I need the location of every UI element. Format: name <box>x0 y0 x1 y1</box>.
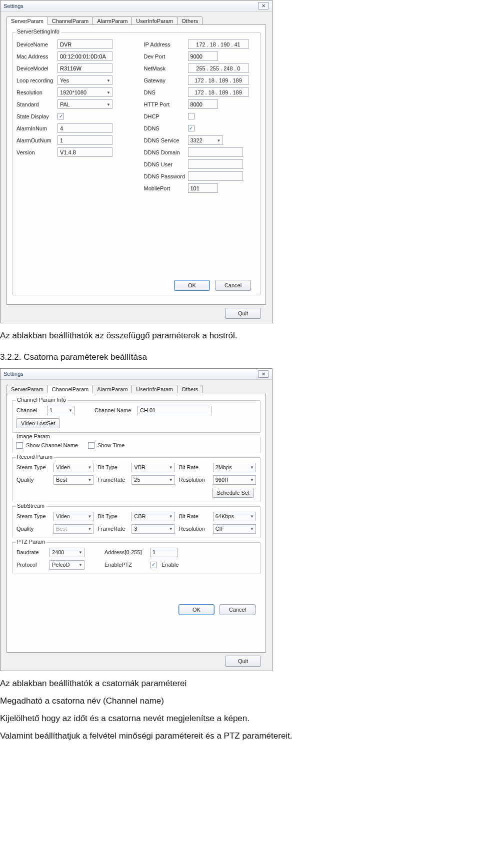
label-resolution: Resolution <box>179 526 210 532</box>
steamtype-select[interactable]: Video▼ <box>54 463 94 472</box>
channel-select[interactable]: 1▼ <box>47 406 74 415</box>
titlebar: Settings ✕ <box>0 369 272 380</box>
label-framerate: FrameRate <box>98 526 128 532</box>
chevron-down-icon: ▼ <box>88 527 92 531</box>
ip-input[interactable]: 172. 18. 190. 41 <box>188 39 249 49</box>
devport-input[interactable] <box>188 51 218 61</box>
label-enableptz: EnablePTZ <box>104 562 147 568</box>
ddns-password-input[interactable] <box>188 171 243 181</box>
chevron-down-icon: ▼ <box>78 563 82 567</box>
tab-others[interactable]: Others <box>177 16 202 25</box>
videolostset-button[interactable]: Video LostSet <box>16 418 60 428</box>
label-dns: DNS <box>144 89 188 95</box>
label-devicename: DeviceName <box>16 41 58 47</box>
baudrate-select[interactable]: 2400▼ <box>50 548 84 557</box>
group-title: Image Param <box>16 433 52 439</box>
label-quality: Quality <box>16 477 50 483</box>
label-steamtype: Steam Type <box>16 464 50 470</box>
doc-paragraph: Valamint beállíthatjuk a felvétel minősé… <box>0 731 480 742</box>
cancel-button[interactable]: Cancel <box>215 280 251 291</box>
label-ip: IP Address <box>144 41 188 47</box>
cancel-button[interactable]: Cancel <box>220 604 256 615</box>
dns-input[interactable]: 172. 18. 189. 189 <box>188 87 249 97</box>
standard-select[interactable]: PAL▼ <box>58 99 112 109</box>
sub-steamtype-select[interactable]: Video▼ <box>54 512 94 521</box>
httpport-input[interactable] <box>188 99 218 109</box>
resolution-select[interactable]: 960H▼ <box>213 475 256 485</box>
scheduleset-button[interactable]: Schedule Set <box>212 488 254 498</box>
label-enable: Enable <box>162 562 178 568</box>
framerate-select[interactable]: 25▼ <box>132 475 174 485</box>
bitrate-select[interactable]: 2Mbps▼ <box>213 463 256 472</box>
ok-button[interactable]: OK <box>178 604 214 615</box>
chevron-down-icon: ▼ <box>169 465 173 470</box>
version-input[interactable] <box>58 147 112 157</box>
doc-heading: 3.2.2. Csatorna paraméterek beállítása <box>0 352 480 363</box>
gateway-input[interactable]: 172. 18. 189. 189 <box>188 75 249 85</box>
tab-serverparam[interactable]: ServerParam <box>6 16 48 25</box>
dhcp-checkbox[interactable] <box>188 113 194 119</box>
channelname-input[interactable] <box>138 406 212 415</box>
quit-button[interactable]: Quit <box>225 308 261 319</box>
tab-alarmparam[interactable]: AlarmParam <box>92 385 132 393</box>
label-statedisplay: State Display <box>16 113 58 119</box>
bittype-select[interactable]: VBR▼ <box>132 463 174 472</box>
label-gateway: Gateway <box>144 77 188 83</box>
ddns-domain-input[interactable] <box>188 147 243 157</box>
loop-select[interactable]: Yes▼ <box>58 75 112 85</box>
ok-button[interactable]: OK <box>174 280 210 291</box>
ddns-service-select[interactable]: 3322▼ <box>188 135 223 145</box>
record-param-group: Record Param Steam Type Video▼ Bit Type … <box>12 457 260 502</box>
sub-bitrate-select[interactable]: 64Kbps▼ <box>213 512 256 521</box>
label-mobileport: MobliePort <box>144 185 188 191</box>
close-icon[interactable]: ✕ <box>258 370 269 378</box>
sub-resolution-select[interactable]: CIF▼ <box>213 524 256 534</box>
mobileport-input[interactable] <box>188 183 218 193</box>
show-channelname-checkbox[interactable] <box>16 442 23 449</box>
resolution-select[interactable]: 1920*1080▼ <box>58 87 112 97</box>
ddns-checkbox[interactable]: ✓ <box>188 125 194 131</box>
label-devport: Dev Port <box>144 53 188 59</box>
alarmout-input[interactable] <box>58 135 112 145</box>
label-alarmout: AlarmOutNum <box>16 137 58 143</box>
sub-bittype-select[interactable]: CBR▼ <box>132 512 174 521</box>
statedisplay-checkbox[interactable]: ✓ <box>58 113 64 119</box>
model-input[interactable] <box>58 63 112 73</box>
ddns-user-input[interactable] <box>188 159 243 169</box>
mac-input[interactable] <box>58 51 112 61</box>
label-protocol: Protocol <box>16 562 46 568</box>
sub-quality-select[interactable]: Best▼ <box>54 524 94 534</box>
quality-select[interactable]: Best▼ <box>54 475 94 485</box>
tab-others[interactable]: Others <box>177 385 202 393</box>
label-channelname: Channel Name <box>94 407 134 413</box>
tab-serverparam[interactable]: ServerParam <box>6 385 48 393</box>
alarmin-input[interactable] <box>58 123 112 133</box>
address-input[interactable] <box>150 548 178 557</box>
label-framerate: FrameRate <box>98 477 128 483</box>
label-loop: Loop recording <box>16 77 58 83</box>
tab-alarmparam[interactable]: AlarmParam <box>92 16 132 25</box>
label-version: Version <box>16 149 58 155</box>
label-steamtype: Steam Type <box>16 513 50 519</box>
show-time-checkbox[interactable] <box>88 442 94 449</box>
label-bitrate: Bit Rate <box>179 513 210 519</box>
label-ddns-domain: DDNS Domain <box>144 149 188 155</box>
sub-framerate-select[interactable]: 3▼ <box>132 524 174 534</box>
tab-channelparam[interactable]: ChannelParam <box>48 16 93 25</box>
tab-userinfoparam[interactable]: UserInfoParam <box>132 16 178 25</box>
tab-channelparam[interactable]: ChannelParam <box>48 385 93 393</box>
substream-group: SubStream Steam Type Video▼ Bit Type CBR… <box>12 506 260 538</box>
server-setting-group: ServerSettingInfo DeviceName Mac Address… <box>12 32 260 295</box>
netmask-input[interactable]: 255. 255. 248. 0 <box>188 63 249 73</box>
titlebar: Settings ✕ <box>0 0 272 11</box>
close-icon[interactable]: ✕ <box>258 2 269 9</box>
quit-button[interactable]: Quit <box>225 656 261 667</box>
chevron-down-icon: ▼ <box>106 102 110 106</box>
chevron-down-icon: ▼ <box>88 465 92 470</box>
protocol-select[interactable]: PelcoD▼ <box>50 560 84 570</box>
label-bittype: Bit Type <box>98 464 128 470</box>
tab-userinfoparam[interactable]: UserInfoParam <box>132 385 178 393</box>
enableptz-checkbox[interactable]: ✓ <box>150 562 156 568</box>
label-resolution: Resolution <box>16 89 58 95</box>
devicename-input[interactable] <box>58 39 112 49</box>
